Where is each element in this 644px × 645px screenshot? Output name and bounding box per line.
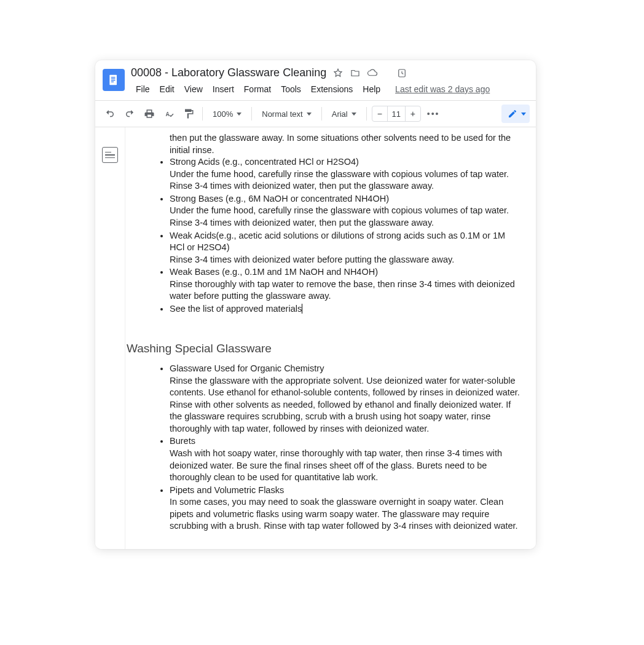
menu-bar: File Edit View Insert Format Tools Exten… xyxy=(131,82,528,97)
cloud-status-icon[interactable] xyxy=(367,68,378,79)
section-heading: Washing Special Glassware xyxy=(127,341,521,357)
font-value: Arial xyxy=(332,109,348,119)
list-item: Weak Acids(e.g., acetic acid solutions o… xyxy=(170,230,521,266)
toolbar: 100% Normal text Arial − + ••• xyxy=(95,100,536,127)
separator xyxy=(202,107,203,121)
print-button[interactable] xyxy=(141,105,158,122)
list-item: Strong Bases (e.g., 6M NaOH or concentra… xyxy=(170,193,521,229)
star-icon[interactable] xyxy=(332,68,344,79)
text-cursor xyxy=(302,304,302,314)
intro-fragment: then put the glassware away. In some sit… xyxy=(156,132,521,156)
separator xyxy=(321,107,322,121)
document-title[interactable]: 00008 - Laboratory Glassware Cleaning xyxy=(131,65,326,81)
font-size-increase[interactable]: + xyxy=(406,106,420,121)
document-area: then put the glassware away. In some sit… xyxy=(95,127,536,549)
svg-rect-4 xyxy=(111,82,114,82)
menu-edit[interactable]: Edit xyxy=(155,82,179,97)
font-size-input[interactable] xyxy=(387,106,406,121)
separator xyxy=(366,107,367,121)
title-row: 00008 - Laboratory Glassware Cleaning xyxy=(131,65,528,81)
svg-rect-2 xyxy=(111,79,116,79)
list-item: Strong Acids (e.g., concentrated HCl or … xyxy=(170,156,521,192)
menu-tools[interactable]: Tools xyxy=(276,82,306,97)
outline-toggle-icon[interactable] xyxy=(102,147,118,163)
last-edit-link[interactable]: Last edit was 2 days ago xyxy=(395,84,490,94)
bullet-list-1: Strong Acids (e.g., concentrated HCl or … xyxy=(156,156,521,315)
docs-logo-icon[interactable] xyxy=(103,69,125,91)
chevron-down-icon xyxy=(307,113,312,116)
menu-format[interactable]: Format xyxy=(239,82,276,97)
document-page[interactable]: then put the glassware away. In some sit… xyxy=(125,127,536,549)
list-item: Weak Bases (e.g., 0.1M and 1M NaOH and N… xyxy=(170,266,521,303)
chevron-down-icon xyxy=(521,113,526,116)
style-value: Normal text xyxy=(262,109,302,119)
chevron-down-icon xyxy=(351,113,356,116)
more-toolbar-button[interactable]: ••• xyxy=(423,109,444,119)
list-item: Glassware Used for Organic ChemistryRins… xyxy=(170,363,521,435)
paragraph-style-select[interactable]: Normal text xyxy=(257,105,316,122)
bullet-list-2: Glassware Used for Organic ChemistryRins… xyxy=(156,363,521,532)
header: 00008 - Laboratory Glassware Cleaning Fi… xyxy=(95,60,536,97)
zoom-value: 100% xyxy=(213,109,233,119)
separator xyxy=(251,107,252,121)
menu-insert[interactable]: Insert xyxy=(208,82,239,97)
font-size-decrease[interactable]: − xyxy=(372,106,387,121)
redo-button[interactable] xyxy=(121,105,138,122)
menu-file[interactable]: File xyxy=(131,82,155,97)
menu-help[interactable]: Help xyxy=(358,82,385,97)
list-item: See the list of approved materials xyxy=(170,303,521,315)
menu-extensions[interactable]: Extensions xyxy=(306,82,358,97)
list-item: BuretsWash with hot soapy water, rinse t… xyxy=(170,435,521,483)
spellcheck-button[interactable] xyxy=(160,105,178,122)
zoom-select[interactable]: 100% xyxy=(208,105,246,122)
pencil-icon xyxy=(508,109,517,119)
undo-button[interactable] xyxy=(101,105,119,122)
editing-mode-button[interactable] xyxy=(501,105,530,123)
svg-rect-3 xyxy=(111,80,116,81)
font-size-group: − + xyxy=(372,106,421,122)
font-select[interactable]: Arial xyxy=(327,105,361,122)
chevron-down-icon xyxy=(237,113,242,116)
paint-format-button[interactable] xyxy=(180,105,197,122)
menu-view[interactable]: View xyxy=(179,82,208,97)
version-history-icon[interactable] xyxy=(396,68,407,79)
move-icon[interactable] xyxy=(350,68,361,79)
google-docs-window: 00008 - Laboratory Glassware Cleaning Fi… xyxy=(95,60,536,549)
svg-rect-1 xyxy=(111,77,116,77)
list-item: Pipets and Volumetric FlasksIn some case… xyxy=(170,485,521,532)
left-rail xyxy=(95,127,125,549)
